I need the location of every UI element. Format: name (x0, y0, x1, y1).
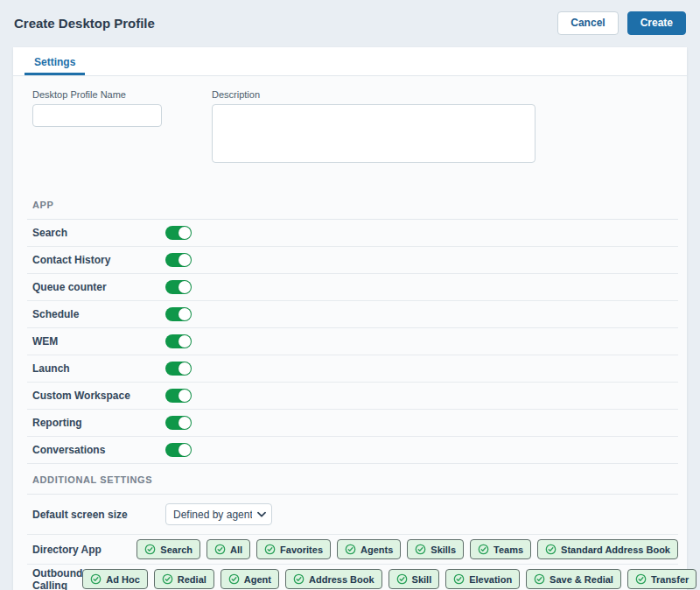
chip-standard-address-book[interactable]: Standard Address Book (537, 539, 678, 559)
queue-counter-toggle[interactable] (165, 280, 192, 294)
chip-label: Skill (412, 574, 432, 585)
chip-label: Favorites (280, 544, 323, 555)
tab-settings[interactable]: Settings (24, 49, 85, 75)
chip-label: Agents (360, 544, 393, 555)
page-title: Create Desktop Profile (14, 16, 155, 31)
app-row-launch: Launch (27, 355, 678, 383)
chip-ad-hoc[interactable]: Ad Hoc (82, 569, 148, 589)
app-row-queue-counter: Queue counter (27, 274, 678, 301)
check-circle-icon (453, 573, 465, 585)
chip-search[interactable]: Search (136, 539, 200, 559)
description-field-label: Description (212, 89, 536, 100)
description-field-group: Description (212, 89, 536, 163)
app-toggle-list: SearchContact HistoryQueue counterSchedu… (27, 220, 678, 464)
toggle-knob (178, 335, 191, 348)
additional-settings-section: ADDITIONAL SETTINGS Default screen size … (27, 474, 678, 590)
toggle-knob (178, 390, 191, 402)
toggle-knob (178, 444, 191, 456)
name-field-group: Desktop Profile Name (32, 89, 162, 163)
app-row-schedule: Schedule (27, 301, 678, 328)
page-header: Create Desktop Profile Cancel Create (0, 0, 700, 47)
chip-label: Ad Hoc (106, 574, 140, 585)
wem-toggle[interactable] (165, 334, 192, 348)
chip-label: Search (160, 544, 192, 555)
chip-redial[interactable]: Redial (154, 569, 214, 589)
toggle-knob (178, 254, 191, 266)
chip-teams[interactable]: Teams (470, 539, 531, 559)
app-row-label: Reporting (32, 417, 165, 429)
app-row-label: WEM (32, 335, 165, 348)
directory-app-label: Directory App (32, 544, 136, 556)
check-circle-icon (90, 573, 102, 585)
chip-skills[interactable]: Skills (407, 539, 464, 559)
chip-label: Agent (244, 574, 271, 585)
name-field-label: Desktop Profile Name (32, 89, 162, 100)
app-row-wem: WEM (27, 328, 678, 355)
custom-workspace-toggle[interactable] (165, 389, 192, 403)
app-row-search: Search (27, 220, 678, 247)
check-circle-icon (545, 544, 556, 555)
app-row-label: Conversations (32, 444, 165, 456)
app-row-custom-workspace: Custom Workspace (27, 383, 678, 410)
directory-app-row: Directory App SearchAllFavoritesAgentsSk… (27, 535, 678, 565)
check-circle-icon (478, 544, 489, 555)
create-profile-card: Settings Desktop Profile Name Descriptio… (13, 47, 687, 590)
chip-elevation[interactable]: Elevation (445, 569, 520, 589)
toggle-knob (178, 308, 191, 320)
schedule-toggle[interactable] (165, 307, 192, 321)
outbound-calling-label: Outbound Calling (32, 567, 82, 590)
search-toggle[interactable] (165, 226, 192, 240)
card-content: Desktop Profile Name Description APP Sea… (13, 76, 687, 590)
chip-transfer[interactable]: Transfer (627, 569, 696, 589)
app-row-label: Queue counter (32, 281, 165, 293)
app-row-label: Schedule (32, 308, 165, 320)
header-actions: Cancel Create (557, 11, 686, 35)
app-row-label: Launch (32, 362, 165, 375)
app-row-label: Custom Workspace (32, 390, 165, 402)
reporting-toggle[interactable] (165, 416, 192, 430)
create-button[interactable]: Create (627, 11, 686, 35)
cancel-button[interactable]: Cancel (557, 11, 618, 35)
app-row-contact-history: Contact History (27, 247, 678, 274)
check-circle-icon (144, 544, 156, 555)
check-circle-icon (264, 544, 276, 555)
toggle-knob (178, 362, 191, 375)
app-section: APP SearchContact HistoryQueue counterSc… (27, 200, 678, 464)
launch-toggle[interactable] (165, 362, 192, 376)
app-row-conversations: Conversations (27, 437, 678, 464)
toggle-knob (178, 417, 191, 429)
check-circle-icon (162, 573, 173, 585)
chip-save-redial[interactable]: Save & Redial (526, 569, 621, 589)
check-circle-icon (228, 573, 240, 585)
default-screen-size-select[interactable]: Defined by agent (165, 503, 272, 525)
contact-history-toggle[interactable] (165, 253, 192, 267)
check-circle-icon (345, 544, 356, 555)
description-textarea[interactable] (212, 104, 536, 163)
app-row-label: Contact History (32, 254, 165, 266)
additional-settings-title: ADDITIONAL SETTINGS (27, 474, 678, 495)
outbound-calling-row: Outbound Calling Ad HocRedialAgentAddres… (27, 565, 678, 590)
profile-form-row: Desktop Profile Name Description (32, 89, 678, 163)
app-row-reporting: Reporting (27, 410, 678, 437)
chip-address-book[interactable]: Address Book (285, 569, 382, 589)
check-circle-icon (534, 573, 545, 585)
chip-label: Redial (178, 574, 206, 585)
default-screen-size-label: Default screen size (32, 509, 165, 521)
chip-all[interactable]: All (206, 539, 250, 559)
chip-label: All (230, 544, 242, 555)
chip-skill[interactable]: Skill (388, 569, 440, 589)
chip-label: Teams (494, 544, 523, 555)
chip-label: Save & Redial (550, 574, 613, 585)
chip-agent[interactable]: Agent (220, 569, 279, 589)
check-circle-icon (396, 573, 408, 585)
chip-agents[interactable]: Agents (337, 539, 401, 559)
app-section-title: APP (27, 200, 678, 220)
chip-favorites[interactable]: Favorites (256, 539, 331, 559)
chip-label: Elevation (469, 574, 512, 585)
check-circle-icon (214, 544, 226, 555)
check-circle-icon (293, 573, 304, 585)
conversations-toggle[interactable] (165, 443, 192, 457)
check-circle-icon (635, 573, 647, 585)
toggle-knob (178, 227, 191, 239)
desktop-profile-name-input[interactable] (32, 104, 162, 127)
